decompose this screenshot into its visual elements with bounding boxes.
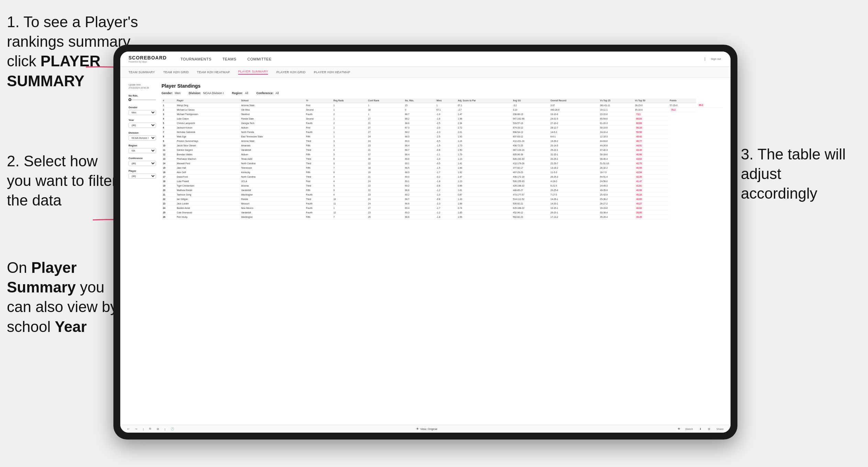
cell-data: Cole Sherwood bbox=[175, 210, 240, 215]
cell-data: 33-38-4 bbox=[599, 210, 634, 215]
sub-nav-player-summary[interactable]: PLAYER SUMMARY bbox=[238, 70, 268, 75]
cell-data: 51-51-10 bbox=[599, 161, 634, 166]
cell-rank: 26 bbox=[162, 215, 175, 219]
sub-nav-player-h2h-heatmap[interactable]: PLAYER H2H HEATMAP bbox=[314, 70, 350, 74]
cell-data: Matthew Riedel bbox=[175, 188, 240, 192]
cell-data: Fourth bbox=[304, 121, 332, 125]
filter-player-label: Player bbox=[129, 169, 156, 173]
sign-out-button[interactable]: Sign out bbox=[710, 57, 722, 61]
cell-rank: 9 bbox=[162, 139, 175, 143]
cell-points: 40.16 bbox=[634, 192, 669, 197]
division-filter-display: Division: NCAA Division I bbox=[189, 91, 224, 95]
cell-data: -1.5 bbox=[435, 166, 456, 170]
grid-button[interactable]: ⊞ bbox=[706, 427, 712, 431]
filter-conference-label: Conference bbox=[129, 157, 156, 160]
col-vs50: Vs Top 50 bbox=[634, 98, 669, 103]
cell-data: 1 bbox=[332, 103, 367, 108]
redo-button[interactable]: ↪ bbox=[134, 427, 139, 431]
cell-data: Stanford bbox=[240, 112, 305, 116]
cell-data: 57-23-0 bbox=[668, 103, 696, 108]
cell-data: 1.61 bbox=[456, 188, 511, 192]
cell-data: 1 bbox=[367, 112, 404, 116]
sub-nav-player-h2h-grid[interactable]: PLAYER H2H GRID bbox=[276, 70, 305, 74]
filter-player-select[interactable]: (All) bbox=[129, 174, 156, 179]
cell-rank: 11 bbox=[162, 148, 175, 152]
slider-thumb[interactable] bbox=[129, 98, 131, 101]
cell-data: 1.73 bbox=[456, 143, 511, 148]
cell-rank: 1 bbox=[162, 103, 175, 108]
table-row: 17David FordNorth CarolinaThird42169.0-0… bbox=[162, 175, 722, 179]
cell-data: Taehoon Song bbox=[175, 192, 240, 197]
filter-division-select[interactable]: NCAA Division I bbox=[129, 135, 156, 141]
sub-nav-team-h2h-heatmap[interactable]: TEAM H2H HEATMAP bbox=[197, 70, 230, 74]
cell-data: Third bbox=[304, 148, 332, 152]
cell-data: Washington bbox=[240, 192, 305, 197]
cell-rank: 10 bbox=[162, 143, 175, 148]
watch-button[interactable]: Watch bbox=[684, 427, 694, 431]
cell-data: 68.3 bbox=[404, 170, 435, 175]
cell-data: Fourth bbox=[304, 206, 332, 210]
cell-data: 68.6 bbox=[404, 215, 435, 219]
table-row: 6Jackson KoivunAuburnFirst12767.3-2.02.7… bbox=[162, 125, 722, 130]
cell-data: Jack Lundin bbox=[175, 201, 240, 206]
cell-data: Third bbox=[304, 197, 332, 201]
cell-points: 41.47 bbox=[634, 179, 669, 184]
cell-data: 1.13 bbox=[456, 179, 511, 184]
table-row: 2Michael Le SassoOle MissSecond118067.1-… bbox=[162, 108, 722, 112]
instruction-step2: 2. Select how you want to filter the dat… bbox=[7, 151, 124, 210]
table-row: 7Nicholas GabrelcikNorth FloridaFourth12… bbox=[162, 130, 722, 134]
filter-region-select[interactable]: N/k bbox=[129, 148, 156, 153]
filter-year-select[interactable]: (All) bbox=[129, 123, 156, 128]
cell-data: 6 bbox=[332, 157, 367, 161]
cell-data: 69.4 bbox=[404, 206, 435, 210]
table-row: 15Jake HallTennesseeFifth71868.5-1.51.66… bbox=[162, 166, 722, 170]
cell-data: 69.0 bbox=[404, 175, 435, 179]
cell-data: 7 bbox=[332, 215, 367, 219]
cell-rank: 23 bbox=[162, 201, 175, 206]
copy-button[interactable]: ⧉ bbox=[148, 426, 153, 431]
filter-conference-select[interactable]: (All) bbox=[129, 161, 156, 166]
cell-data: 26-25-3 bbox=[549, 175, 599, 179]
cell-data: Phichaksn Maichon bbox=[175, 157, 240, 161]
table-row: 14Maxwell FordNorth CarolinaThird32269.1… bbox=[162, 161, 722, 166]
slider-track[interactable] bbox=[129, 99, 156, 100]
paste-button[interactable]: ⊞ bbox=[155, 427, 160, 431]
cell-data: -2.5 bbox=[435, 134, 456, 139]
filter-gender-select[interactable]: Men bbox=[129, 110, 156, 115]
cell-data: 67.1 bbox=[456, 103, 511, 108]
cell-data: 68.6 bbox=[404, 188, 435, 192]
logo-area: SCOREBOARD Powered by dippi bbox=[129, 55, 167, 63]
cell-rank: 18 bbox=[162, 179, 175, 184]
table-row: 18Luke PowellUCLAFirst42469.1-1.81.13500… bbox=[162, 179, 722, 184]
cell-data: Wenyi Ding bbox=[175, 103, 240, 108]
share-button[interactable]: Share bbox=[715, 427, 725, 431]
cell-data: Arizona bbox=[240, 184, 305, 188]
cell-data: 8 bbox=[332, 170, 367, 175]
cell-data: 1.66 bbox=[456, 166, 511, 170]
sub-nav-team-h2h-grid[interactable]: TEAM H2H GRID bbox=[163, 70, 189, 74]
logo-text: SCOREBOARD bbox=[129, 55, 167, 60]
cell-points: 43.83 bbox=[634, 157, 669, 161]
nav-tournaments[interactable]: TOURNAMENTS bbox=[180, 56, 211, 63]
watch-icon: 👁 bbox=[678, 427, 680, 431]
nav-teams[interactable]: TEAMS bbox=[222, 56, 236, 63]
cell-data: 11-5-3 bbox=[549, 170, 599, 175]
cell-data: -1.0 bbox=[435, 157, 456, 161]
sub-nav-team-summary[interactable]: TEAM SUMMARY bbox=[129, 70, 155, 74]
cell-data: Jackson Koivun bbox=[175, 125, 240, 130]
cell-data: Jacob Skov Olesen bbox=[175, 143, 240, 148]
cell-data: -2.7 bbox=[456, 108, 511, 112]
cell-data: 10 bbox=[332, 197, 367, 201]
cell-data: Kentucky bbox=[240, 170, 305, 175]
cell-data: 69.0 bbox=[404, 139, 435, 143]
cell-data: 3.07 bbox=[549, 103, 599, 108]
download-button[interactable]: ⬇ bbox=[698, 427, 703, 431]
cell-data: 1.56 bbox=[456, 215, 511, 219]
cell-data: 68.2 bbox=[404, 116, 435, 121]
nav-committee[interactable]: COMMITTEE bbox=[247, 56, 272, 63]
undo-button[interactable]: ↩ bbox=[126, 427, 131, 431]
cell-data: Bastien Amat bbox=[175, 206, 240, 210]
cell-data: -0.8 bbox=[435, 197, 456, 201]
cell-rank: 7 bbox=[162, 130, 175, 134]
cell-data: 2.72 bbox=[456, 125, 511, 130]
